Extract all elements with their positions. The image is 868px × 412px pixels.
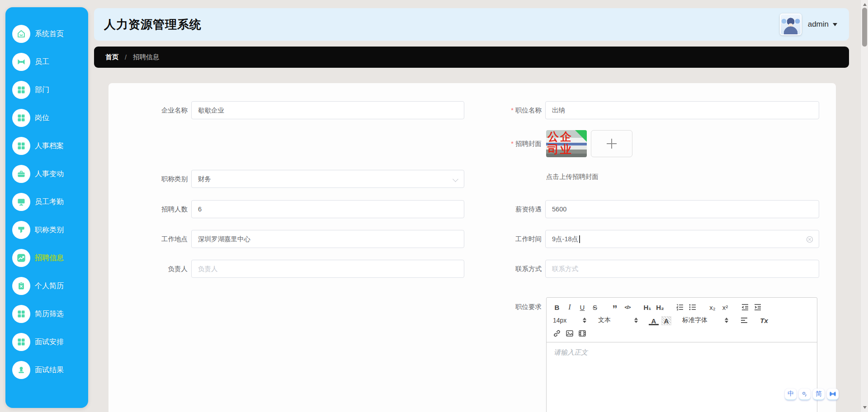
grid-icon xyxy=(12,109,30,127)
image-button[interactable] xyxy=(565,328,575,339)
editor-toolbar: BIUS”</>H₁H₂x₂x²14px文本AA标准字体Tx xyxy=(547,298,817,342)
cover-thumbnail[interactable]: 公企 司业 xyxy=(546,130,587,157)
outdent-button[interactable] xyxy=(740,302,750,313)
grid-icon xyxy=(12,137,30,155)
contact-label: 联系方式 xyxy=(487,265,542,273)
cover-label-row: *招聘封面 xyxy=(487,135,545,153)
green-corner-badge xyxy=(575,130,587,142)
bullet-list-button[interactable] xyxy=(688,302,698,313)
clear-icon[interactable] xyxy=(806,236,813,244)
title-category-select[interactable]: 财务 xyxy=(191,170,464,188)
video-button[interactable] xyxy=(577,328,587,339)
grid-icon xyxy=(12,305,30,323)
blockquote-button[interactable]: ” xyxy=(610,302,620,313)
avatar[interactable] xyxy=(780,14,802,35)
grid-icon xyxy=(12,333,30,351)
sidebar-item-attendance[interactable]: 员工考勤 xyxy=(5,188,88,216)
strike-button[interactable]: S xyxy=(590,302,600,313)
bold-button[interactable]: B xyxy=(552,302,562,313)
requirements-label: 职位要求 xyxy=(487,303,542,311)
manager-placeholder: 负责人 xyxy=(198,265,218,273)
ext-button-chinese[interactable]: 中 xyxy=(785,389,797,400)
work-time-row: 工作时间 9点-18点 xyxy=(487,230,819,248)
salary-label: 薪资待遇 xyxy=(487,205,542,214)
sidebar: 系统首页 员工 部门 岗位 人事档案 人事变动 员工考勤 职称类别 招聘信息 个… xyxy=(5,7,88,408)
location-row: 工作地点 深圳罗湖嘉里中心 xyxy=(133,230,464,248)
sidebar-item-resume[interactable]: 个人简历 xyxy=(5,272,88,300)
app-header: 人力资源管理系统 admin xyxy=(94,8,849,41)
breadcrumb-separator: / xyxy=(125,54,127,61)
scroll-down-arrow[interactable] xyxy=(861,405,868,412)
ordered-list-button[interactable] xyxy=(675,302,685,313)
extension-toolbar: 中简 xyxy=(785,389,839,400)
sidebar-item-title-category[interactable]: 职称类别 xyxy=(5,216,88,244)
work-time-field[interactable]: 9点-18点 xyxy=(545,230,819,248)
size-picker[interactable]: 14px xyxy=(552,315,587,326)
chevron-down-icon xyxy=(453,176,458,182)
font-picker[interactable]: 标准字体 xyxy=(681,315,729,326)
chart-line-icon xyxy=(12,249,30,267)
required-mark: * xyxy=(511,140,514,147)
breadcrumb-current: 招聘信息 xyxy=(133,53,159,61)
scrollbar-thumb[interactable] xyxy=(862,8,867,47)
chevron-down-icon xyxy=(833,23,837,28)
link-button[interactable] xyxy=(552,328,562,339)
ext-button-input[interactable] xyxy=(799,389,811,400)
highlight-button[interactable]: A xyxy=(661,316,671,325)
company-name-value: 歇歇企业 xyxy=(198,106,224,115)
indent-button[interactable] xyxy=(753,302,763,313)
align-button[interactable] xyxy=(739,315,749,326)
sidebar-item-personnel-file[interactable]: 人事档案 xyxy=(5,132,88,160)
contact-placeholder: 联系方式 xyxy=(552,265,578,273)
clear-format-button[interactable]: Tx xyxy=(759,315,769,326)
sidebar-item-interview-result[interactable]: 面试结果 xyxy=(5,356,88,384)
company-name-row: 企业名称 歇歇企业 xyxy=(133,101,464,119)
stamp-icon xyxy=(12,361,30,379)
sidebar-item-employee[interactable]: 员工 xyxy=(5,48,88,76)
text-cursor xyxy=(579,235,580,243)
sidebar-item-interview-plan[interactable]: 面试安排 xyxy=(5,328,88,356)
sidebar-item-personnel-change[interactable]: 人事变动 xyxy=(5,160,88,188)
manager-field[interactable]: 负责人 xyxy=(191,260,464,278)
username: admin xyxy=(808,20,829,29)
upload-cover-button[interactable] xyxy=(591,130,632,157)
salary-field[interactable]: 5600 xyxy=(545,200,819,218)
ext-button-logo[interactable] xyxy=(827,389,839,400)
underline-button[interactable]: U xyxy=(577,302,587,313)
clipboard-icon xyxy=(12,277,30,295)
briefcase-icon xyxy=(12,165,30,183)
sidebar-item-home[interactable]: 系统首页 xyxy=(5,20,88,48)
editor-content[interactable]: 请输入正文 xyxy=(547,342,817,412)
position-name-field[interactable]: 出纳 xyxy=(545,101,819,119)
code-block-button[interactable]: </> xyxy=(623,302,632,313)
title-category-value: 财务 xyxy=(198,175,211,183)
sidebar-item-post[interactable]: 岗位 xyxy=(5,104,88,132)
italic-button[interactable]: I xyxy=(565,302,575,313)
breadcrumb-home[interactable]: 首页 xyxy=(105,53,118,61)
breadcrumb: 首页 / 招聘信息 xyxy=(94,47,849,68)
editor-placeholder: 请输入正文 xyxy=(554,348,588,356)
ext-button-simplified[interactable]: 简 xyxy=(813,389,825,400)
header-1-button[interactable]: H₁ xyxy=(642,302,652,313)
position-name-value: 出纳 xyxy=(552,106,565,115)
grid-icon xyxy=(12,81,30,99)
sidebar-item-resume-screen[interactable]: 简历筛选 xyxy=(5,300,88,328)
subscript-button[interactable]: x₂ xyxy=(708,302,717,313)
headcount-field[interactable]: 6 xyxy=(191,200,464,218)
staff-icon xyxy=(12,53,30,71)
cover-thumbnail-text: 公企 司业 xyxy=(547,130,573,155)
header-2-button[interactable]: H₂ xyxy=(655,302,665,313)
superscript-button[interactable]: x² xyxy=(720,302,730,313)
user-menu[interactable]: admin xyxy=(780,14,837,35)
company-name-field[interactable]: 歇歇企业 xyxy=(191,101,464,119)
format-picker[interactable]: 文本 xyxy=(597,315,639,326)
cover-label: *招聘封面 xyxy=(487,140,542,148)
sidebar-item-department[interactable]: 部门 xyxy=(5,76,88,104)
scroll-up-arrow[interactable] xyxy=(861,0,868,7)
text-color-button[interactable]: A xyxy=(649,316,659,325)
contact-field[interactable]: 联系方式 xyxy=(545,260,819,278)
vertical-scrollbar[interactable] xyxy=(860,0,868,412)
location-field[interactable]: 深圳罗湖嘉里中心 xyxy=(191,230,464,248)
position-name-row: *职位名称 出纳 xyxy=(487,101,819,119)
sidebar-item-recruitment[interactable]: 招聘信息 xyxy=(5,244,88,272)
